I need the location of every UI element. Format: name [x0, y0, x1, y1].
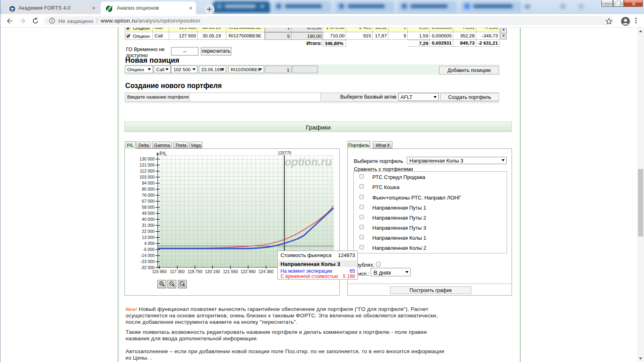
svg-text:P/L: P/L	[159, 151, 167, 156]
svg-text:13 000: 13 000	[142, 235, 155, 240]
svg-text:-23 000: -23 000	[140, 259, 155, 264]
svg-text:125770: 125770	[278, 151, 291, 155]
svg-text:103 000: 103 000	[140, 175, 155, 179]
svg-text:31 000: 31 000	[142, 223, 155, 228]
svg-text:121 550: 121 550	[223, 269, 238, 274]
svg-text:76 000: 76 000	[142, 193, 155, 197]
svg-text:112 000: 112 000	[140, 169, 155, 173]
svg-text:85 000: 85 000	[142, 187, 155, 191]
svg-text:40 000: 40 000	[142, 217, 155, 222]
svg-text:130 000: 130 000	[140, 157, 155, 161]
svg-text:121 000: 121 000	[140, 163, 155, 167]
svg-text:67 000: 67 000	[142, 199, 155, 204]
svg-text:120 150: 120 150	[205, 269, 220, 274]
svg-text:115 950: 115 950	[152, 269, 167, 274]
svg-text:117 350: 117 350	[170, 269, 185, 274]
svg-text:124 350: 124 350	[258, 269, 273, 274]
svg-text:49 000: 49 000	[142, 211, 155, 216]
svg-text:118 750: 118 750	[188, 269, 202, 274]
svg-text:22 000: 22 000	[142, 229, 155, 234]
svg-text:94 000: 94 000	[142, 181, 155, 185]
svg-text:-5 000: -5 000	[143, 247, 155, 252]
svg-text:58 000: 58 000	[142, 205, 155, 210]
svg-text:4 000: 4 000	[144, 241, 155, 246]
svg-text:122 950: 122 950	[241, 269, 256, 274]
svg-text:-14 000: -14 000	[140, 253, 155, 258]
